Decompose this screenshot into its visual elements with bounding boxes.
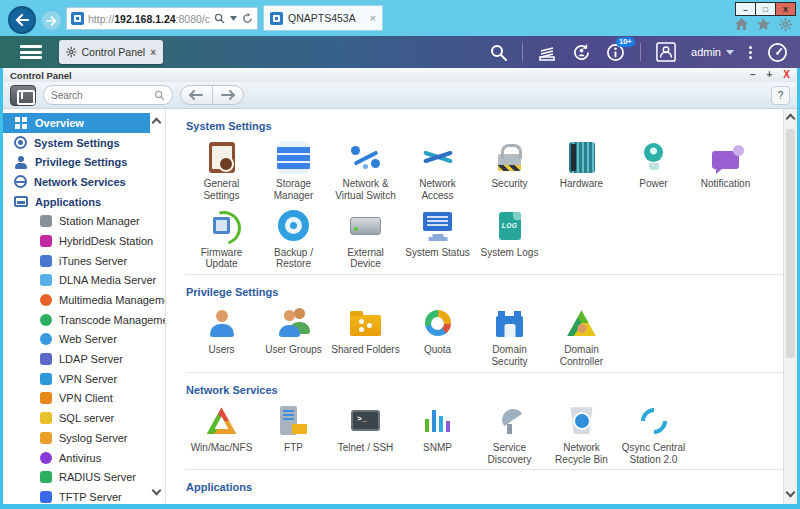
tile-ftp[interactable]: FTP	[258, 400, 329, 466]
gear-icon[interactable]	[779, 18, 792, 31]
tile-users[interactable]: Users	[186, 302, 257, 368]
tile-station-manager[interactable]	[186, 497, 257, 504]
tile-firmware-update[interactable]: Firmware Update	[186, 205, 257, 271]
maximize-button[interactable]: □	[755, 2, 776, 16]
address-bar[interactable]: http://192.168.1.24:8080/cgi-bin/#	[66, 7, 258, 30]
main-menu-icon[interactable]	[20, 45, 42, 59]
tile-transcode-management[interactable]	[546, 497, 617, 504]
content-scrollbar[interactable]	[783, 109, 797, 504]
user-profile-icon[interactable]	[656, 42, 676, 62]
sidebar-item-dlna-media-server[interactable]: DLNA Media Server	[3, 271, 150, 291]
minimize-button[interactable]: –	[735, 2, 756, 16]
tile-win-mac-nfs[interactable]: Win/Mac/NFS	[186, 400, 257, 466]
home-icon[interactable]	[735, 18, 748, 30]
tile-service-discovery[interactable]: Service Discovery	[474, 400, 545, 466]
section-title: System Settings	[186, 120, 783, 132]
tile-quota[interactable]: Quota	[402, 302, 473, 368]
tile-network-recycle-bin[interactable]: Network Recycle Bin	[546, 400, 617, 466]
tile-system-status[interactable]: System Status	[402, 205, 473, 271]
storage-disks-icon	[277, 141, 310, 174]
tile-domain-security[interactable]: Domain Security	[474, 302, 545, 368]
sidebar-item-hybriddesk-station[interactable]: HybridDesk Station	[3, 231, 150, 251]
star-icon[interactable]	[757, 18, 770, 30]
tile-hybriddesk-station[interactable]: Hb	[258, 497, 329, 504]
scrollbar-thumb[interactable]	[786, 129, 795, 358]
search-input[interactable]	[51, 90, 154, 101]
tile-storage-manager[interactable]: Storage Manager	[258, 136, 329, 202]
sidebar-item-sql-server[interactable]: SQL server	[3, 408, 150, 428]
close-button[interactable]: X	[775, 2, 796, 16]
category-view-button[interactable]	[10, 85, 36, 106]
browser-tab[interactable]: QNAPTS453A ×	[263, 5, 383, 31]
sidebar-item-vpn-server[interactable]: VPN Server	[3, 369, 150, 389]
sidebar-item-vpn-client[interactable]: VPN Client	[3, 389, 150, 409]
tab-close-icon[interactable]: ×	[370, 12, 376, 24]
tile-telnet-ssh[interactable]: >_Telnet / SSH	[330, 400, 401, 466]
sidebar-scrollbar[interactable]	[151, 113, 164, 502]
notifications-icon[interactable]: 10+	[606, 43, 625, 62]
search-box[interactable]	[43, 85, 173, 105]
sidebar-item-network-services[interactable]: Network Services	[3, 172, 150, 192]
dashboard-gauge-icon[interactable]	[767, 42, 788, 63]
back-arrow-button[interactable]	[181, 86, 212, 104]
tile-qsync-central[interactable]: Qsync Central Station 2.0	[618, 400, 689, 466]
tile-multimedia-management[interactable]	[474, 497, 545, 504]
scroll-up-icon[interactable]	[152, 118, 162, 128]
browser-back-button[interactable]	[8, 6, 36, 34]
forward-arrow-button[interactable]	[212, 86, 244, 104]
tile-snmp[interactable]: SNMP	[402, 400, 473, 466]
history-nav	[180, 85, 244, 105]
help-button[interactable]: ?	[771, 86, 790, 105]
panel-close-button[interactable]: X	[783, 70, 790, 80]
panel-minimize-button[interactable]: –	[750, 70, 756, 80]
tile-ldap-server[interactable]	[690, 497, 761, 504]
control-panel-task-tab[interactable]: Control Panel ×	[59, 40, 163, 64]
sidebar-item-syslog-server[interactable]: Syslog Server	[3, 428, 150, 448]
tile-power[interactable]: Power	[618, 136, 689, 202]
sidebar-item-radius-server[interactable]: RADIUS Server	[3, 467, 150, 487]
sidebar-item-privilege-settings[interactable]: Privilege Settings	[3, 152, 150, 172]
sidebar-item-ldap-server[interactable]: LDAP Server	[3, 349, 150, 369]
background-tasks-icon[interactable]	[538, 44, 557, 61]
refresh-icon[interactable]	[242, 13, 253, 24]
sidebar-item-applications[interactable]: Applications	[3, 192, 150, 212]
tile-user-groups[interactable]: User Groups	[258, 302, 329, 368]
scroll-up-icon[interactable]	[785, 114, 795, 124]
sidebar-item-itunes-server[interactable]: iTunes Server	[3, 251, 150, 271]
tile-domain-controller[interactable]: Domain Controller	[546, 302, 617, 368]
tile-notification[interactable]: Notification	[690, 136, 761, 202]
sidebar-item-antivirus[interactable]: Antivirus	[3, 448, 150, 468]
tile-backup-restore[interactable]: Backup / Restore	[258, 205, 329, 271]
sidebar-item-tftp-server[interactable]: TFTP Server	[3, 487, 150, 504]
tile-network-virtual-switch[interactable]: Network & Virtual Switch	[330, 136, 401, 202]
tile-web-server[interactable]	[618, 497, 689, 504]
tile-general-settings[interactable]: General Settings	[186, 136, 257, 202]
scroll-down-icon[interactable]	[152, 486, 162, 496]
qnap-favicon	[71, 12, 84, 25]
sidebar-item-overview[interactable]: Overview	[3, 113, 150, 133]
panel-maximize-button[interactable]: +	[766, 70, 772, 80]
tile-shared-folders[interactable]: Shared Folders	[330, 302, 401, 368]
chevron-down-icon[interactable]	[230, 16, 237, 21]
tile-itunes-server[interactable]	[330, 497, 401, 504]
sidebar-item-station-manager[interactable]: Station Manager	[3, 211, 150, 231]
sidebar-item-multimedia-management[interactable]: Multimedia Management	[3, 290, 150, 310]
browser-forward-button[interactable]	[41, 10, 62, 31]
sidebar-item-system-settings[interactable]: System Settings	[3, 133, 150, 153]
tile-hardware[interactable]: Hardware	[546, 136, 617, 202]
search-icon[interactable]	[214, 13, 225, 24]
task-tab-close-icon[interactable]: ×	[150, 47, 156, 58]
tile-security[interactable]: Security	[474, 136, 545, 202]
scroll-down-icon[interactable]	[785, 488, 795, 498]
search-icon[interactable]	[490, 44, 507, 61]
network-switch-icon	[350, 144, 382, 171]
external-device-sync-icon[interactable]	[572, 43, 591, 62]
tile-dlna-media-server[interactable]	[402, 497, 473, 504]
tile-network-access[interactable]: Network Access	[402, 136, 473, 202]
more-options-icon[interactable]	[749, 46, 752, 59]
user-menu[interactable]: admin	[691, 46, 734, 58]
sidebar-item-web-server[interactable]: Web Server	[3, 330, 150, 350]
sidebar-item-transcode-management[interactable]: Transcode Management	[3, 310, 150, 330]
tile-system-logs[interactable]: LOGSystem Logs	[474, 205, 545, 271]
tile-external-device[interactable]: External Device	[330, 205, 401, 271]
